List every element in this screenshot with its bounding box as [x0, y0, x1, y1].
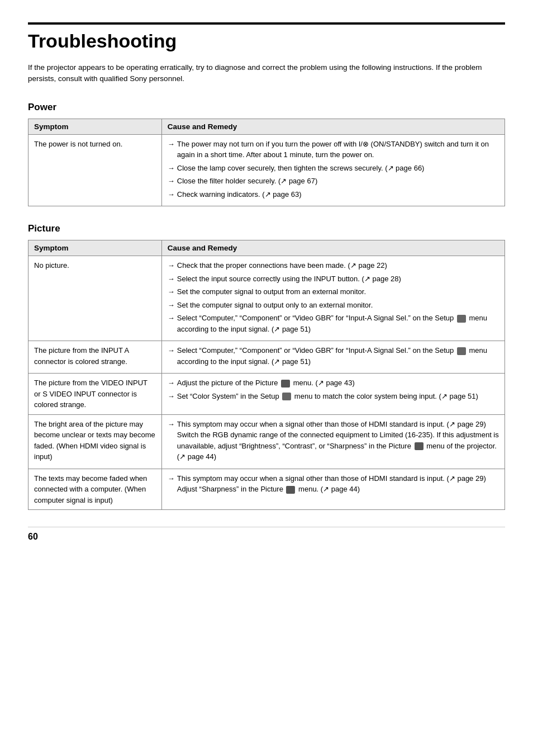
table-row: The power is not turned on.→The power ma… [28, 134, 505, 206]
arrow-icon: → [168, 139, 175, 150]
arrow-icon: → [168, 176, 175, 187]
remedy-item: →Set “Color System” in the Setup menu to… [168, 391, 499, 402]
arrow-icon: → [168, 419, 175, 430]
col-symptom-picture: Symptom [28, 240, 162, 256]
symptom-cell-picture-3: The bright area of the picture may becom… [28, 414, 162, 469]
page-footer: 60 [28, 527, 505, 542]
arrow-icon: → [168, 313, 175, 324]
arrow-icon: → [168, 473, 175, 484]
remedy-text: This symptom may occur when a signal oth… [177, 419, 499, 462]
remedy-item: →This symptom may occur when a signal ot… [168, 419, 499, 462]
picture-icon [415, 442, 423, 450]
table-row: The texts may become faded when connecte… [28, 469, 505, 510]
page-title: Troubleshooting [28, 22, 505, 52]
arrow-icon: → [168, 163, 175, 174]
setup-icon [282, 393, 291, 400]
arrow-icon: → [168, 345, 175, 356]
arrow-icon: → [168, 377, 175, 389]
remedy-cell-picture-1: →Select “Computer,” “Component” or “Vide… [161, 341, 505, 374]
section-title-picture: Picture [28, 223, 505, 234]
remedy-item: →This symptom may occur when a signal ot… [168, 473, 499, 495]
setup-icon [457, 347, 466, 355]
remedy-item: →Close the filter holder securely. (↗ pa… [168, 176, 499, 187]
remedy-text: Close the filter holder securely. (↗ pag… [177, 176, 499, 187]
remedy-cell-picture-0: →Check that the proper connections have … [161, 256, 505, 341]
symptom-cell-picture-2: The picture from the VIDEO INPUT or S VI… [28, 374, 162, 415]
remedy-text: Set “Color System” in the Setup menu to … [177, 391, 499, 402]
col-remedy-picture: Cause and Remedy [161, 240, 505, 256]
remedy-item: →Check warning indicators. (↗ page 63) [168, 189, 499, 200]
remedy-item: →The power may not turn on if you turn t… [168, 139, 499, 160]
picture-icon [281, 380, 290, 388]
remedy-item: →Set the computer signal to output only … [168, 300, 499, 311]
remedy-cell-picture-4: →This symptom may occur when a signal ot… [161, 469, 505, 510]
remedy-text: This symptom may occur when a signal oth… [177, 473, 499, 495]
remedy-item: →Check that the proper connections have … [168, 260, 499, 271]
remedy-text: Adjust the picture of the Picture menu. … [177, 377, 499, 389]
symptom-cell-picture-0: No picture. [28, 256, 162, 341]
page-number: 60 [28, 532, 38, 541]
arrow-icon: → [168, 391, 175, 402]
remedy-text: Close the lamp cover securely, then tigh… [177, 163, 499, 174]
remedy-text: The power may not turn on if you turn th… [177, 139, 499, 160]
remedy-item: →Adjust the picture of the Picture menu.… [168, 377, 499, 389]
remedy-text: Set the computer signal to output from a… [177, 286, 499, 297]
arrow-icon: → [168, 300, 175, 311]
table-row: No picture.→Check that the proper connec… [28, 256, 505, 341]
symptom-cell-picture-4: The texts may become faded when connecte… [28, 469, 162, 510]
table-picture: SymptomCause and RemedyNo picture.→Check… [28, 240, 505, 510]
table-power: SymptomCause and RemedyThe power is not … [28, 119, 505, 207]
arrow-icon: → [168, 189, 175, 200]
intro-text: If the projector appears to be operating… [28, 62, 505, 85]
table-row: The picture from the INPUT A connector i… [28, 341, 505, 374]
remedy-text: Check that the proper connections have b… [177, 260, 499, 271]
remedy-item: →Select “Computer,” “Component” or “Vide… [168, 345, 499, 367]
remedy-item: →Select the input source correctly using… [168, 273, 499, 285]
remedy-cell-power-0: →The power may not turn on if you turn t… [161, 134, 505, 206]
remedy-item: →Select “Computer,” “Component” or “Vide… [168, 313, 499, 334]
remedy-text: Check warning indicators. (↗ page 63) [177, 189, 499, 200]
symptom-cell-picture-1: The picture from the INPUT A connector i… [28, 341, 162, 374]
setup-icon [457, 315, 466, 323]
section-title-power: Power [28, 102, 505, 113]
table-row: The bright area of the picture may becom… [28, 414, 505, 469]
remedy-text: Set the computer signal to output only t… [177, 300, 499, 311]
col-remedy-power: Cause and Remedy [161, 119, 505, 134]
remedy-text: Select “Computer,” “Component” or “Video… [177, 313, 499, 334]
remedy-cell-picture-2: →Adjust the picture of the Picture menu.… [161, 374, 505, 415]
arrow-icon: → [168, 273, 175, 285]
picture-icon [286, 486, 295, 494]
table-row: The picture from the VIDEO INPUT or S VI… [28, 374, 505, 415]
remedy-text: Select “Computer,” “Component” or “Video… [177, 345, 499, 367]
arrow-icon: → [168, 260, 175, 271]
remedy-item: →Set the computer signal to output from … [168, 286, 499, 297]
col-symptom-power: Symptom [28, 119, 162, 134]
symptom-cell-power-0: The power is not turned on. [28, 134, 162, 206]
sections-container: PowerSymptomCause and RemedyThe power is… [28, 102, 505, 511]
remedy-cell-picture-3: →This symptom may occur when a signal ot… [161, 414, 505, 469]
remedy-item: →Close the lamp cover securely, then tig… [168, 163, 499, 174]
arrow-icon: → [168, 286, 175, 297]
remedy-text: Select the input source correctly using … [177, 273, 499, 285]
